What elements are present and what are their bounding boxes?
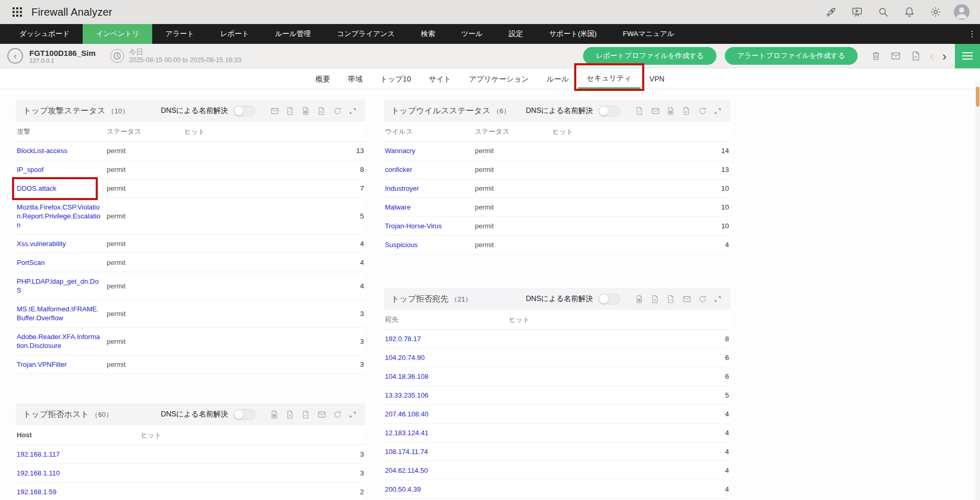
- csv-icon[interactable]: [635, 294, 644, 304]
- row-link[interactable]: Xss.vulnerability: [17, 239, 107, 248]
- row-link[interactable]: Industroyer: [385, 184, 475, 193]
- nav-item-7[interactable]: 検索: [408, 24, 448, 44]
- row-status: permit: [107, 282, 184, 290]
- row-link[interactable]: Wannacry: [385, 146, 475, 155]
- mail-icon[interactable]: [651, 106, 660, 115]
- pdf-icon[interactable]: [667, 294, 676, 304]
- csv-icon[interactable]: [302, 106, 311, 115]
- pdf-icon[interactable]: [910, 51, 921, 61]
- row-link[interactable]: Adobe.Reader.XFA.Information.Disclosure: [17, 332, 107, 350]
- apps-grid-icon[interactable]: [10, 5, 24, 19]
- row-link[interactable]: 192.168.1.59: [17, 487, 141, 496]
- row-link[interactable]: DDOS.attack: [17, 184, 107, 193]
- row-link[interactable]: 13.33.235.106: [385, 391, 509, 400]
- row-link[interactable]: 204.62.114.50: [385, 466, 509, 475]
- scrollbar[interactable]: [975, 82, 980, 500]
- mail-icon[interactable]: [317, 410, 326, 419]
- nav-item-10[interactable]: サポート(米国): [536, 24, 610, 44]
- row-link[interactable]: PHP.LDAP.ldap_get_dn.DoS: [17, 277, 107, 295]
- expand-icon[interactable]: [349, 106, 358, 115]
- scrollbar-thumb[interactable]: [976, 87, 979, 107]
- csv-icon[interactable]: [667, 106, 676, 115]
- nav-item-4[interactable]: レポート: [207, 24, 262, 44]
- menu-button[interactable]: [955, 44, 980, 68]
- refresh-icon[interactable]: [698, 294, 707, 304]
- row-link[interactable]: Malware: [385, 203, 475, 212]
- create-report-profile-button[interactable]: レポートプロファイルを作成する: [583, 47, 716, 65]
- refresh-icon[interactable]: [698, 106, 707, 115]
- toggle-knob: [234, 410, 243, 419]
- row-link[interactable]: 192.0.78.17: [385, 334, 509, 343]
- presentation-icon[interactable]: [850, 5, 864, 19]
- tab-4[interactable]: サイト: [420, 68, 460, 89]
- expand-icon[interactable]: [714, 106, 723, 115]
- bell-icon[interactable]: [903, 5, 916, 19]
- nav-item-1[interactable]: ダッシュボード: [6, 24, 83, 44]
- nav-item-9[interactable]: 設定: [496, 24, 536, 44]
- tab-2[interactable]: 帯域: [339, 68, 371, 89]
- rocket-icon[interactable]: [824, 5, 838, 19]
- refresh-icon[interactable]: [333, 410, 342, 419]
- row-link[interactable]: 104.20.74.90: [385, 353, 509, 362]
- row-link[interactable]: Suspicious: [385, 240, 475, 249]
- tab-6[interactable]: ルール: [538, 68, 578, 89]
- row-link[interactable]: conficker: [385, 165, 475, 174]
- csv-icon[interactable]: [270, 410, 279, 419]
- row-link[interactable]: MS.IE.Malformed.IFRAME.Buffer.Overflow: [17, 305, 107, 322]
- mail-icon[interactable]: [891, 51, 901, 61]
- nav-item-6[interactable]: コンプライアンス: [324, 24, 408, 44]
- row-link[interactable]: 108.174.11.74: [385, 447, 509, 456]
- xls-icon[interactable]: [651, 294, 660, 304]
- row-link[interactable]: IP_spoof: [17, 165, 107, 174]
- xls-icon[interactable]: [317, 106, 326, 115]
- row-link[interactable]: 104.18.36.108: [385, 372, 509, 381]
- refresh-icon[interactable]: [333, 106, 342, 115]
- row-link[interactable]: Trojan.VPNFilter: [17, 360, 107, 369]
- row-hits: 13: [346, 147, 364, 155]
- expand-icon[interactable]: [714, 294, 723, 304]
- dns-toggle[interactable]: [233, 409, 255, 420]
- tab-3[interactable]: トップ10: [371, 68, 420, 89]
- pdf-icon[interactable]: [286, 106, 295, 115]
- pdf-icon[interactable]: [635, 106, 644, 115]
- dns-toggle[interactable]: [233, 106, 255, 117]
- delete-icon[interactable]: [871, 51, 881, 61]
- row-link[interactable]: Mozilla.Firefox.CSP.Violation.Report.Pri…: [17, 203, 107, 229]
- nav-item-5[interactable]: ルール管理: [262, 24, 324, 44]
- gear-icon[interactable]: [929, 5, 942, 19]
- mail-icon[interactable]: [270, 106, 279, 115]
- nav-item-3[interactable]: アラート: [152, 24, 207, 44]
- search-icon[interactable]: [876, 5, 890, 19]
- row-link[interactable]: 207.46.108.40: [385, 410, 509, 418]
- row-link[interactable]: 200.50.4.39: [385, 485, 509, 494]
- mail-icon[interactable]: [682, 294, 691, 304]
- row-link[interactable]: 192.168.1.110: [17, 469, 141, 478]
- row-link[interactable]: BlockList-access: [17, 146, 107, 155]
- tab-1[interactable]: 概要: [306, 68, 339, 89]
- user-avatar[interactable]: [954, 4, 970, 20]
- prev-device-icon[interactable]: ‹: [926, 44, 938, 68]
- period-label[interactable]: 今日: [129, 48, 242, 56]
- tab-8[interactable]: VPN: [641, 68, 674, 89]
- tab-5[interactable]: アプリケーション: [460, 68, 538, 89]
- dns-toggle[interactable]: [598, 294, 620, 305]
- dns-toggle[interactable]: [598, 106, 620, 117]
- nav-item-2[interactable]: インベントリ: [83, 24, 152, 44]
- row-hits: 5: [711, 391, 729, 399]
- pdf-icon[interactable]: [302, 410, 311, 419]
- row-link[interactable]: 192.168.1.117: [17, 450, 141, 459]
- xls-icon[interactable]: [286, 410, 295, 419]
- row-link[interactable]: 12.183.124.41: [385, 428, 509, 437]
- table-row: 192.168.1.592: [16, 483, 365, 500]
- nav-overflow-icon[interactable]: ⋮: [967, 24, 977, 44]
- expand-icon[interactable]: [349, 410, 358, 419]
- nav-item-11[interactable]: FWAマニュアル: [610, 24, 688, 44]
- back-button[interactable]: ‹: [7, 48, 23, 64]
- nav-item-8[interactable]: ツール: [448, 24, 496, 44]
- next-device-icon[interactable]: ›: [938, 44, 951, 68]
- row-link[interactable]: Trojan-Horse-Virus: [385, 222, 475, 230]
- row-link[interactable]: PortScan: [17, 258, 107, 267]
- xls-icon[interactable]: [682, 106, 691, 115]
- create-alert-profile-button[interactable]: アラートプロファイルを作成する: [725, 47, 858, 65]
- tab-7[interactable]: セキュリティ: [578, 68, 641, 89]
